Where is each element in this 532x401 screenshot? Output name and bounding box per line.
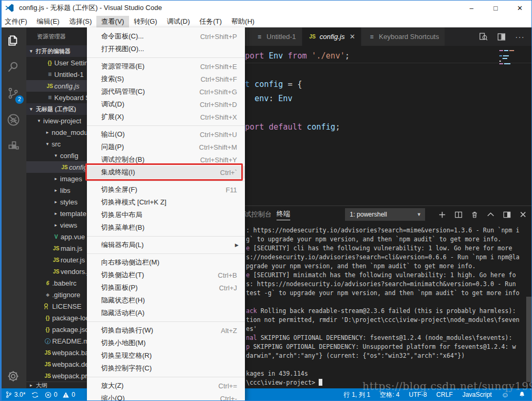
menubar-item[interactable]: 任务(T) [194,16,226,27]
terminal-scrollbar[interactable] [526,297,531,382]
json-file-icon: {} [43,327,52,332]
close-button[interactable]: ✕ [508,0,532,16]
menu-item[interactable]: 资源管理器(E)Ctrl+Shift+E [87,60,245,73]
menu-item[interactable]: 缩小(O)Ctrl+- [87,392,245,401]
vscode-logo-icon [5,3,14,13]
maximize-button[interactable]: □ [484,0,508,16]
activity-debug-button[interactable] [0,106,26,133]
panel-new-terminal-icon[interactable] [438,211,446,219]
menu-item[interactable]: 切换菜单栏(B) [87,221,245,234]
menu-item[interactable]: 放大(Z)Ctrl+= [87,379,245,392]
explorer-icon [6,34,20,47]
menubar-item[interactable]: 调试(D) [162,16,194,27]
editor-tab[interactable]: ≡Untitled-1 [249,27,302,46]
panel-close-panel-icon[interactable] [519,211,527,218]
menubar-item[interactable]: 选择(S) [64,16,96,27]
menu-item[interactable]: 切换侧边栏(T)Ctrl+B [87,269,245,281]
panel-kill-terminal-icon[interactable] [471,211,478,219]
js-file-icon: JS [43,361,52,367]
menu-separator [87,251,245,256]
babel-file-icon: 6 [43,280,52,286]
chevron-right-icon: ▸ [52,222,60,228]
warning-icon [62,392,70,398]
activity-source-control-button[interactable]: 2 [0,80,26,106]
chevron-right-icon: ▸ [43,130,52,135]
menu-item[interactable]: 隐藏活动栏(A) [87,307,245,319]
sync-icon [32,392,38,398]
editor-tab[interactable]: ≡Keyboard Shortcuts [361,27,445,46]
menu-bar: 文件(F)编辑(E)选择(S)查看(V)转到(G)调试(D)任务(T)帮助(H) [0,16,532,27]
menu-item[interactable]: 隐藏状态栏(H) [87,294,245,307]
activity-search-button[interactable] [0,54,26,80]
activity-explorer-button[interactable] [0,27,26,54]
menubar-item[interactable]: 转到(G) [129,16,162,27]
menu-item[interactable]: 打开视图(O)... [87,43,245,55]
view-menu-dropdown: 命令面板(C)...Ctrl+Shift+P打开视图(O)...资源管理器(E)… [87,27,245,401]
chevron-right-icon: ▸ [26,382,36,388]
git-file-icon: ◆ [43,292,52,297]
menu-item[interactable]: 搜索(S)Ctrl+Shift+F [87,73,245,85]
tab-terminal[interactable]: 终端 [277,206,290,220]
js-file-icon: JS [52,257,61,263]
vue-file-icon: V [52,234,61,240]
menu-item[interactable]: 编辑器布局(L)▶ [87,239,245,251]
js-file-icon: JS [60,164,69,170]
git-branch-status[interactable]: 3.0* [5,391,25,398]
chevron-down-icon: ▾ [35,118,43,123]
chevron-right-icon: ▸ [52,199,60,204]
more-actions-icon[interactable]: ··· [515,32,525,41]
menu-item[interactable]: 源代码管理(C)Ctrl+Shift+G [87,85,245,98]
menubar-item[interactable]: 文件(F) [0,16,32,27]
menu-item[interactable]: 切换控制字符(C) [87,362,245,375]
annotation-highlight-box [85,163,243,181]
sync-button[interactable] [32,392,38,398]
menu-item[interactable]: 输出(O)Ctrl+Shift+U [87,128,245,141]
git-branch-icon [5,391,12,398]
code-text: import Env from './env'; [235,51,350,61]
code-text: export default config; [235,122,340,132]
editor-tab[interactable]: JSconfig.js✕ [302,27,362,46]
menu-item[interactable]: 向右移动侧边栏(M) [87,256,245,269]
js-file-icon: JS [45,83,54,89]
menu-item[interactable]: 切换居中布局 [87,209,245,221]
split-editor-icon[interactable] [497,33,506,41]
menu-separator [87,55,245,60]
js-file-icon: JS [52,269,61,275]
terminal-picker-dropdown[interactable]: 1: powershell ▼ [345,208,425,221]
list-file-icon: ≡ [45,71,54,78]
menu-item[interactable]: 调试(D)Ctrl+Shift+D [87,98,245,111]
scm-badge: 2 [15,95,24,104]
menu-separator [87,123,245,128]
menu-item[interactable]: 扩展(X)Ctrl+Shift+X [87,111,245,123]
menu-item[interactable]: 切换禅模式 [Ctrl+K Z] [87,196,245,209]
menu-item[interactable]: 切换面板(P)Ctrl+J [87,281,245,294]
menubar-item[interactable]: 查看(V) [96,16,129,27]
json-file-icon: {} [43,315,52,321]
minimize-button[interactable]: – [459,0,484,16]
menu-item[interactable]: 命令面板(C)...Ctrl+Shift+P [87,30,245,43]
activity-extensions-button[interactable] [0,133,26,159]
problems-status[interactable]: 0 0 [45,391,75,398]
window-title: config.js - 无标题 (工作区) - Visual Studio Co… [19,3,162,13]
panel-maximize-panel-icon[interactable] [487,211,495,219]
settings-gear-button[interactable] [0,369,26,383]
title-bar: config.js - 无标题 (工作区) - Visual Studio Co… [0,0,532,16]
panel-panel-position-icon[interactable] [503,211,511,219]
menu-separator [87,375,245,379]
menu-item[interactable]: 切换呈现空格(R) [87,349,245,362]
panel-split-terminal-icon[interactable] [455,211,462,219]
watermark: https://blog.csdn.net/sunqy1995 [362,380,532,393]
list-file-icon: ≡ [45,94,54,101]
menu-item[interactable]: 切换自动换行(W)Alt+Z [87,324,245,337]
menubar-item[interactable]: 帮助(H) [226,16,259,27]
open-preview-icon[interactable] [479,32,488,41]
activity-bar: 2 [0,27,26,388]
editor-actions: ··· [479,27,532,46]
menu-item[interactable]: 切换小地图(M) [87,337,245,349]
js-file-icon: JS [52,246,61,251]
menu-item[interactable]: 切换全屏(F)F11 [87,183,245,196]
code-text: let config = { [235,80,302,89]
menubar-item[interactable]: 编辑(E) [32,16,64,27]
menu-item[interactable]: 问题(P)Ctrl+Shift+M [87,141,245,153]
close-tab-icon[interactable]: ✕ [349,33,355,41]
